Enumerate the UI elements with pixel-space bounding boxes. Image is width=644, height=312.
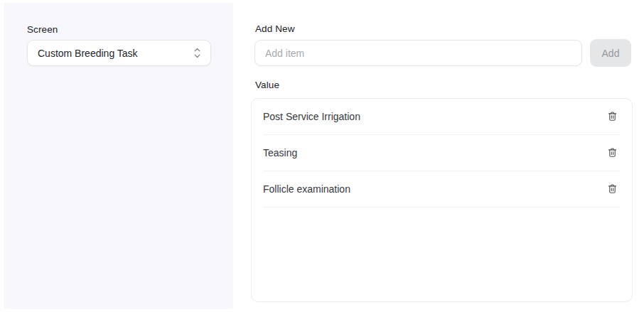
trash-icon [607,110,618,124]
add-button[interactable]: Add [590,39,631,67]
value-label: Value [255,80,279,90]
delete-item-button[interactable] [603,107,621,126]
list-item: Teasing [252,135,632,171]
add-new-label: Add New [255,23,294,34]
main-content: Add New Add Value Post Service Irrigatio… [0,0,644,312]
divider [263,207,621,208]
list-item-label: Post Service Irrigation [263,111,603,122]
value-list: Post Service Irrigation Teasing [251,98,633,302]
list-item-label: Follicle examination [263,183,603,195]
list-item-label: Teasing [263,147,603,158]
trash-icon [607,183,618,196]
delete-item-button[interactable] [603,180,621,198]
trash-icon [607,146,618,160]
page: Screen Custom Breeding Task Add New Add … [0,0,644,312]
delete-item-button[interactable] [603,144,621,162]
list-item: Follicle examination [252,171,632,207]
list-item: Post Service Irrigation [252,99,632,134]
add-item-input[interactable] [254,40,582,66]
